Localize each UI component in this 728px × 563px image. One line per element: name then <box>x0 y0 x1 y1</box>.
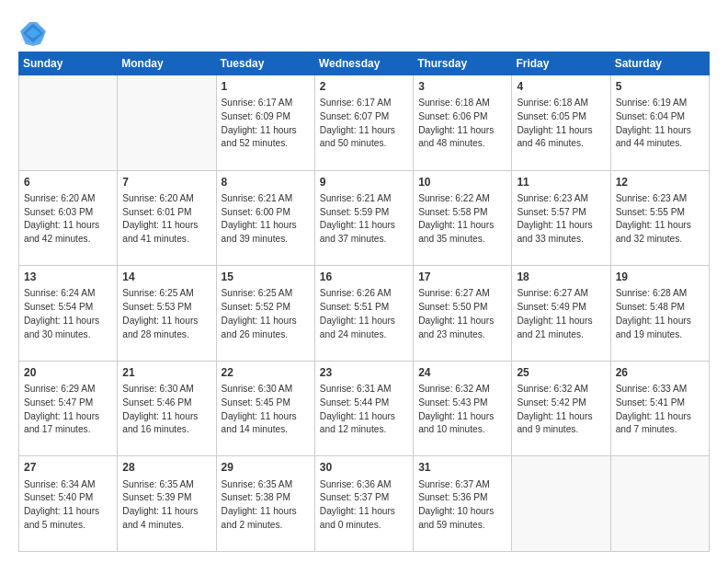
day-number: 2 <box>320 79 408 94</box>
day-number: 5 <box>616 79 704 94</box>
day-info: Sunrise: 6:18 AM Sunset: 6:05 PM Dayligh… <box>517 98 592 148</box>
day-number: 6 <box>24 175 112 190</box>
day-info: Sunrise: 6:27 AM Sunset: 5:50 PM Dayligh… <box>418 288 494 339</box>
calendar-week-row: 1Sunrise: 6:17 AM Sunset: 6:09 PM Daylig… <box>19 75 710 171</box>
calendar-day-cell: 13Sunrise: 6:24 AM Sunset: 5:54 PM Dayli… <box>19 266 118 362</box>
calendar-day-cell <box>19 75 118 171</box>
day-number: 25 <box>517 365 605 380</box>
calendar-day-cell: 7Sunrise: 6:20 AM Sunset: 6:01 PM Daylig… <box>118 170 216 266</box>
weekday-header: Sunday <box>19 52 118 75</box>
calendar-day-cell <box>118 75 216 171</box>
day-info: Sunrise: 6:37 AM Sunset: 5:36 PM Dayligh… <box>418 479 494 530</box>
calendar-day-cell: 4Sunrise: 6:18 AM Sunset: 6:05 PM Daylig… <box>512 75 610 171</box>
day-number: 23 <box>320 365 408 380</box>
day-info: Sunrise: 6:30 AM Sunset: 5:45 PM Dayligh… <box>222 384 297 434</box>
calendar-day-cell: 12Sunrise: 6:23 AM Sunset: 5:55 PM Dayli… <box>610 170 709 266</box>
day-number: 29 <box>222 460 310 475</box>
day-info: Sunrise: 6:31 AM Sunset: 5:44 PM Dayligh… <box>320 384 395 434</box>
day-number: 11 <box>517 175 605 190</box>
logo-icon <box>20 20 46 46</box>
calendar-day-cell: 22Sunrise: 6:30 AM Sunset: 5:45 PM Dayli… <box>216 361 314 456</box>
day-info: Sunrise: 6:23 AM Sunset: 5:55 PM Dayligh… <box>616 193 691 244</box>
day-info: Sunrise: 6:36 AM Sunset: 5:37 PM Dayligh… <box>320 479 395 530</box>
day-number: 3 <box>418 79 506 94</box>
calendar-day-cell: 8Sunrise: 6:21 AM Sunset: 6:00 PM Daylig… <box>216 170 314 266</box>
day-number: 4 <box>517 79 605 94</box>
calendar-day-cell: 30Sunrise: 6:36 AM Sunset: 5:37 PM Dayli… <box>314 456 413 552</box>
calendar-day-cell: 2Sunrise: 6:17 AM Sunset: 6:07 PM Daylig… <box>314 75 413 171</box>
day-info: Sunrise: 6:22 AM Sunset: 5:58 PM Dayligh… <box>418 193 494 244</box>
calendar-day-cell: 19Sunrise: 6:28 AM Sunset: 5:48 PM Dayli… <box>610 266 709 362</box>
calendar-day-cell: 9Sunrise: 6:21 AM Sunset: 5:59 PM Daylig… <box>314 170 413 266</box>
page: SundayMondayTuesdayWednesdayThursdayFrid… <box>0 0 728 563</box>
day-number: 31 <box>418 460 506 475</box>
calendar-day-cell: 14Sunrise: 6:25 AM Sunset: 5:53 PM Dayli… <box>118 266 216 362</box>
day-number: 16 <box>320 270 408 284</box>
calendar-day-cell <box>512 456 610 552</box>
day-info: Sunrise: 6:32 AM Sunset: 5:42 PM Dayligh… <box>517 384 592 434</box>
day-number: 9 <box>320 175 408 190</box>
day-info: Sunrise: 6:17 AM Sunset: 6:07 PM Dayligh… <box>320 98 395 148</box>
day-number: 26 <box>616 365 704 380</box>
calendar-week-row: 27Sunrise: 6:34 AM Sunset: 5:40 PM Dayli… <box>19 456 710 552</box>
calendar-day-cell: 31Sunrise: 6:37 AM Sunset: 5:36 PM Dayli… <box>414 456 512 552</box>
day-info: Sunrise: 6:28 AM Sunset: 5:48 PM Dayligh… <box>616 288 691 339</box>
day-number: 20 <box>24 365 112 380</box>
calendar-day-cell: 25Sunrise: 6:32 AM Sunset: 5:42 PM Dayli… <box>512 361 610 456</box>
calendar-header-row: SundayMondayTuesdayWednesdayThursdayFrid… <box>19 52 710 75</box>
calendar-day-cell: 3Sunrise: 6:18 AM Sunset: 6:06 PM Daylig… <box>414 75 512 171</box>
day-info: Sunrise: 6:25 AM Sunset: 5:53 PM Dayligh… <box>122 288 198 339</box>
weekday-header: Friday <box>512 52 610 75</box>
calendar-week-row: 20Sunrise: 6:29 AM Sunset: 5:47 PM Dayli… <box>19 361 710 456</box>
day-number: 13 <box>24 270 112 284</box>
day-info: Sunrise: 6:34 AM Sunset: 5:40 PM Dayligh… <box>24 479 99 530</box>
weekday-header: Thursday <box>414 52 512 75</box>
calendar-table: SundayMondayTuesdayWednesdayThursdayFrid… <box>18 52 710 552</box>
day-number: 8 <box>222 175 310 190</box>
day-number: 10 <box>418 175 506 190</box>
day-info: Sunrise: 6:33 AM Sunset: 5:41 PM Dayligh… <box>616 384 691 434</box>
day-info: Sunrise: 6:29 AM Sunset: 5:47 PM Dayligh… <box>24 384 99 434</box>
day-info: Sunrise: 6:25 AM Sunset: 5:52 PM Dayligh… <box>222 288 297 339</box>
day-number: 18 <box>517 270 605 284</box>
weekday-header: Saturday <box>610 52 709 75</box>
calendar-day-cell: 6Sunrise: 6:20 AM Sunset: 6:03 PM Daylig… <box>19 170 118 266</box>
day-info: Sunrise: 6:27 AM Sunset: 5:49 PM Dayligh… <box>517 288 592 339</box>
calendar-day-cell: 15Sunrise: 6:25 AM Sunset: 5:52 PM Dayli… <box>216 266 314 362</box>
day-info: Sunrise: 6:23 AM Sunset: 5:57 PM Dayligh… <box>517 193 592 244</box>
calendar-day-cell: 28Sunrise: 6:35 AM Sunset: 5:39 PM Dayli… <box>118 456 216 552</box>
weekday-header: Monday <box>118 52 216 75</box>
day-number: 22 <box>222 365 310 380</box>
calendar-day-cell: 20Sunrise: 6:29 AM Sunset: 5:47 PM Dayli… <box>19 361 118 456</box>
day-number: 1 <box>222 79 310 94</box>
calendar-day-cell: 11Sunrise: 6:23 AM Sunset: 5:57 PM Dayli… <box>512 170 610 266</box>
calendar-day-cell: 17Sunrise: 6:27 AM Sunset: 5:50 PM Dayli… <box>414 266 512 362</box>
day-number: 17 <box>418 270 506 284</box>
day-number: 30 <box>320 460 408 475</box>
day-number: 21 <box>122 365 210 380</box>
calendar-day-cell: 18Sunrise: 6:27 AM Sunset: 5:49 PM Dayli… <box>512 266 610 362</box>
calendar-day-cell: 23Sunrise: 6:31 AM Sunset: 5:44 PM Dayli… <box>314 361 413 456</box>
day-info: Sunrise: 6:20 AM Sunset: 6:03 PM Dayligh… <box>24 193 99 244</box>
day-number: 24 <box>418 365 506 380</box>
day-info: Sunrise: 6:20 AM Sunset: 6:01 PM Dayligh… <box>122 193 198 244</box>
day-number: 15 <box>222 270 310 284</box>
day-info: Sunrise: 6:21 AM Sunset: 5:59 PM Dayligh… <box>320 193 395 244</box>
calendar-day-cell: 5Sunrise: 6:19 AM Sunset: 6:04 PM Daylig… <box>610 75 709 171</box>
day-info: Sunrise: 6:30 AM Sunset: 5:46 PM Dayligh… <box>122 384 198 434</box>
calendar-week-row: 6Sunrise: 6:20 AM Sunset: 6:03 PM Daylig… <box>19 170 710 266</box>
weekday-header: Wednesday <box>314 52 413 75</box>
calendar-day-cell: 29Sunrise: 6:35 AM Sunset: 5:38 PM Dayli… <box>216 456 314 552</box>
day-info: Sunrise: 6:35 AM Sunset: 5:38 PM Dayligh… <box>222 479 297 530</box>
calendar-day-cell: 26Sunrise: 6:33 AM Sunset: 5:41 PM Dayli… <box>610 361 709 456</box>
calendar-day-cell: 24Sunrise: 6:32 AM Sunset: 5:43 PM Dayli… <box>414 361 512 456</box>
day-number: 28 <box>122 460 210 475</box>
calendar-week-row: 13Sunrise: 6:24 AM Sunset: 5:54 PM Dayli… <box>19 266 710 362</box>
day-number: 27 <box>24 460 112 475</box>
day-info: Sunrise: 6:26 AM Sunset: 5:51 PM Dayligh… <box>320 288 395 339</box>
header <box>18 17 710 42</box>
logo <box>18 20 46 42</box>
weekday-header: Tuesday <box>216 52 314 75</box>
calendar-day-cell <box>610 456 709 552</box>
day-info: Sunrise: 6:35 AM Sunset: 5:39 PM Dayligh… <box>122 479 198 530</box>
